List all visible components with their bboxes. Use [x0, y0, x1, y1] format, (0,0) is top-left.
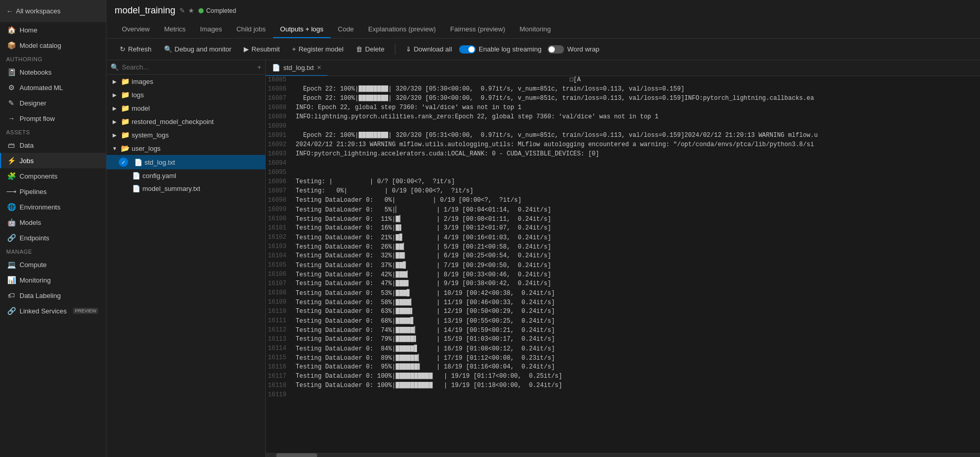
- models-icon: 🤖: [7, 218, 15, 226]
- line-content: Testing DataLoader 0: 0%| | 0/19 [00:00<…: [292, 197, 980, 206]
- resubmit-icon: ▶: [244, 45, 249, 53]
- folder-icon: 📁: [121, 117, 130, 126]
- word-wrap-switch[interactable]: [548, 45, 564, 54]
- sidebar-item-models[interactable]: 🤖 Models: [0, 215, 106, 230]
- sidebar-item-label: Prompt flow: [20, 115, 55, 122]
- sidebar-item-designer[interactable]: ✎ Designer: [0, 95, 106, 111]
- environments-icon: 🌐: [7, 203, 15, 211]
- sidebar-item-data-labeling[interactable]: 🏷 Data Labeling: [0, 288, 106, 303]
- sidebar-item-endpoints[interactable]: 🔗 Endpoints: [0, 230, 106, 245]
- sidebar-item-label: Endpoints: [20, 234, 49, 242]
- tab-fairness[interactable]: Fairness (preview): [443, 21, 513, 38]
- data-icon: 🗃: [7, 141, 15, 149]
- file-config-yaml[interactable]: 📄 config.yaml: [106, 169, 265, 182]
- folder-user-logs[interactable]: ▼ 📂 user_logs: [106, 142, 265, 155]
- close-tab-icon[interactable]: ✕: [317, 64, 321, 71]
- folder-logs[interactable]: ▶ 📁 logs: [106, 88, 265, 101]
- sidebar-item-data[interactable]: 🗃 Data: [0, 137, 106, 153]
- log-line: 16109Testing DataLoader 0: 58%|████▎ | 1…: [266, 298, 980, 308]
- sidebar-item-jobs[interactable]: ⚡ Jobs: [0, 153, 106, 168]
- word-wrap-toggle[interactable]: Word wrap: [548, 45, 600, 54]
- line-content: Testing DataLoader 0: 95%|██████▌ | 18/1…: [292, 363, 980, 373]
- tab-images[interactable]: Images: [193, 21, 229, 38]
- debug-monitor-button[interactable]: 🔍 Debug and monitor: [159, 43, 237, 56]
- line-content: 2024/02/12 21:20:13 WARNING mlflow.utils…: [292, 141, 980, 150]
- log-content[interactable]: 16085 □[A16086 Epoch 22: 100%|████████| …: [266, 76, 980, 453]
- log-file-icon: 📄: [272, 64, 280, 72]
- log-tab-bar: 📄 std_log.txt ✕: [266, 60, 980, 76]
- folder-model[interactable]: ▶ 📁 model: [106, 101, 265, 115]
- sidebar-item-compute[interactable]: 💻 Compute: [0, 257, 106, 272]
- line-content: □[A: [292, 76, 980, 85]
- line-content: Testing DataLoader 0: 21%|█▊ | 4/19 [00:…: [292, 234, 980, 243]
- log-line: 16107Testing DataLoader 0: 47%|███▌ | 9/…: [266, 280, 980, 289]
- folder-name: system_logs: [132, 131, 169, 139]
- new-file-icon[interactable]: +: [257, 63, 261, 71]
- log-streaming-switch[interactable]: [459, 45, 476, 54]
- log-line: 16088INFO: Epoch 22, global step 7360: '…: [266, 104, 980, 113]
- line-content: [292, 160, 980, 169]
- sidebar-item-pipelines[interactable]: ⟶ Pipelines: [0, 184, 106, 199]
- log-line: 16095: [266, 169, 980, 178]
- line-number: 16100: [266, 215, 292, 224]
- sidebar: ← All workspaces 🏠 Home 📦 Model catalog …: [0, 0, 106, 457]
- line-content: Testing DataLoader 0: 32%|██▌ | 6/19 [00…: [292, 252, 980, 261]
- register-model-button[interactable]: + Register model: [287, 43, 349, 56]
- file-name: model_summary.txt: [142, 185, 200, 192]
- folder-name: restored_model_checkpoint: [132, 118, 214, 126]
- compute-icon: 💻: [7, 260, 15, 269]
- folder-images[interactable]: ▶ 📁 images: [106, 75, 265, 88]
- file-std-log[interactable]: ✓ 📄 std_log.txt: [106, 155, 265, 169]
- star-icon[interactable]: ★: [188, 7, 194, 14]
- sidebar-item-home[interactable]: 🏠 Home: [0, 22, 106, 38]
- chevron-right-icon: ▶: [111, 77, 119, 85]
- horizontal-scrollbar[interactable]: [266, 453, 980, 457]
- tab-overview[interactable]: Overview: [115, 21, 157, 38]
- line-number: 16088: [266, 104, 292, 113]
- tab-outputs-logs[interactable]: Outputs + logs: [273, 21, 331, 38]
- resubmit-button[interactable]: ▶ Resubmit: [239, 43, 285, 56]
- folder-restored[interactable]: ▶ 📁 restored_model_checkpoint: [106, 115, 265, 128]
- delete-label: Delete: [365, 45, 385, 53]
- tab-explanations[interactable]: Explanations (preview): [361, 21, 443, 38]
- search-input[interactable]: [122, 63, 254, 71]
- refresh-button[interactable]: ↻ Refresh: [115, 43, 157, 56]
- sidebar-item-environments[interactable]: 🌐 Environments: [0, 199, 106, 215]
- download-icon: ⇓: [406, 45, 411, 53]
- tab-child-jobs[interactable]: Child jobs: [229, 21, 273, 38]
- sidebar-item-monitoring[interactable]: 📊 Monitoring: [0, 272, 106, 288]
- tab-metrics[interactable]: Metrics: [157, 21, 193, 38]
- sidebar-item-prompt-flow[interactable]: → Prompt flow: [0, 111, 106, 126]
- sidebar-item-linked-services[interactable]: 🔗 Linked Services PREVIEW: [0, 303, 106, 319]
- sidebar-item-model-catalog[interactable]: 📦 Model catalog: [0, 38, 106, 53]
- line-number: 16098: [266, 197, 292, 206]
- file-model-summary[interactable]: 📄 model_summary.txt: [106, 182, 265, 195]
- download-label: Download all: [414, 45, 452, 53]
- log-streaming-toggle[interactable]: Enable log streaming: [459, 45, 541, 54]
- log-line: 16117Testing DataLoader 0: 100%|████████…: [266, 373, 980, 382]
- tab-bar: Overview Metrics Images Child jobs Outpu…: [115, 21, 972, 38]
- folder-icon: 📁: [121, 91, 130, 99]
- folder-name: images: [132, 78, 153, 85]
- log-line: 16118Testing DataLoader 0: 100%|████████…: [266, 382, 980, 391]
- edit-icon[interactable]: ✎: [179, 7, 185, 14]
- delete-button[interactable]: 🗑 Delete: [351, 43, 390, 56]
- sidebar-item-automated-ml[interactable]: ⚙ Automated ML: [0, 80, 106, 95]
- line-content: Epoch 22: 100%|████████| 320/320 [05:30<…: [292, 85, 980, 95]
- chevron-right-icon: ▶: [111, 131, 119, 139]
- line-number: 16115: [266, 354, 292, 363]
- log-file-tab[interactable]: 📄 std_log.txt ✕: [266, 60, 328, 76]
- log-line: 16106Testing DataLoader 0: 42%|███▎ | 8/…: [266, 271, 980, 280]
- back-button[interactable]: ← All workspaces: [0, 0, 106, 22]
- folder-system-logs[interactable]: ▶ 📁 system_logs: [106, 128, 265, 142]
- log-line: 16086 Epoch 22: 100%|████████| 320/320 […: [266, 85, 980, 95]
- download-all-button[interactable]: ⇓ Download all: [401, 43, 457, 56]
- log-viewer: 📄 std_log.txt ✕ 16085 □[A16086 Epoch 22:…: [266, 60, 980, 457]
- sidebar-item-label: Data: [20, 142, 33, 149]
- tab-code[interactable]: Code: [331, 21, 361, 38]
- sidebar-item-components[interactable]: 🧩 Components: [0, 168, 106, 184]
- tab-monitoring[interactable]: Monitoring: [513, 21, 558, 38]
- sidebar-item-notebooks[interactable]: 📓 Notebooks: [0, 64, 106, 80]
- scrollbar-thumb[interactable]: [276, 453, 317, 457]
- line-number: 16104: [266, 252, 292, 261]
